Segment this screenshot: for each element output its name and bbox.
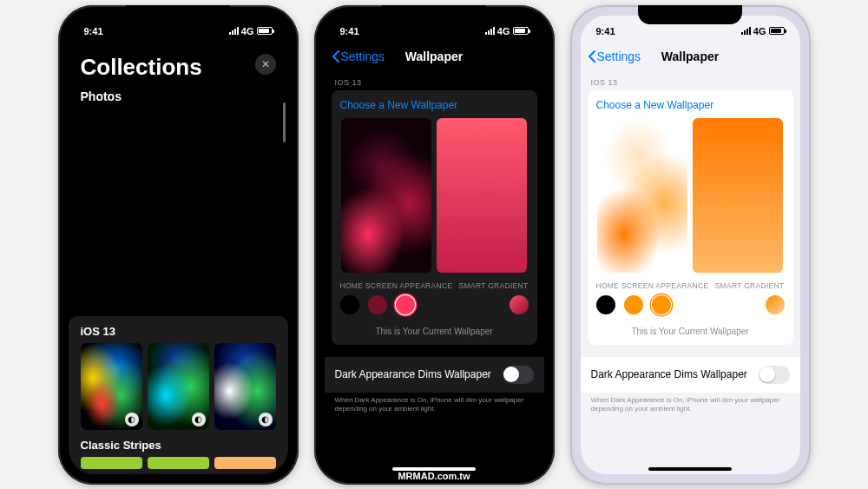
screen: 9:41 4G Collections ✕ Photos iOS 13 ◐ ◐	[69, 16, 288, 474]
color-swatch-black[interactable]	[340, 295, 359, 314]
status-time: 9:41	[340, 26, 359, 36]
color-swatch-red-selected[interactable]	[396, 295, 415, 314]
section-header: iOS 13	[581, 71, 800, 90]
nav-bar: Settings Wallpaper	[325, 42, 544, 71]
section-label-ios13: iOS 13	[76, 316, 281, 343]
dark-dims-toggle[interactable]	[503, 366, 534, 384]
choose-wallpaper-link[interactable]: Choose a New Wallpaper	[340, 99, 529, 111]
notch	[126, 5, 230, 24]
color-swatch-black[interactable]	[596, 295, 615, 314]
label-home-appearance: HOME SCREEN APPEARANCE	[596, 281, 709, 290]
swatch-row	[596, 295, 785, 314]
appearance-badge-icon: ◐	[192, 413, 206, 426]
dark-dims-toggle[interactable]	[759, 366, 790, 384]
label-home-appearance: HOME SCREEN APPEARANCE	[340, 281, 453, 290]
content: Settings Wallpaper iOS 13 Choose a New W…	[581, 42, 800, 474]
network-label: 4G	[497, 26, 510, 36]
toggle-label: Dark Appearance Dims Wallpaper	[335, 368, 491, 380]
back-button[interactable]: Settings	[588, 50, 641, 63]
screen: 9:41 4G Settings Wallpaper iOS 13 Choose…	[325, 16, 544, 474]
section-header: iOS 13	[325, 71, 544, 90]
wallpaper-thumb[interactable]: ◐	[81, 343, 142, 430]
scrollbar[interactable]	[283, 102, 286, 142]
photos-row[interactable]: Photos	[69, 84, 288, 109]
choose-wallpaper-link[interactable]: Choose a New Wallpaper	[596, 99, 785, 111]
footer-note: When Dark Appearance is On, iPhone will …	[325, 393, 544, 417]
label-smart-gradient: SMART GRADIENT	[459, 281, 529, 290]
bottom-sheet: iOS 13 ◐ ◐ ◐ Classic Stripes	[69, 316, 288, 474]
status-time: 9:41	[596, 26, 615, 36]
wallpaper-thumb[interactable]: ◐	[148, 343, 209, 430]
status-right: 4G	[741, 26, 785, 36]
toggle-label: Dark Appearance Dims Wallpaper	[591, 368, 747, 380]
phone-mockup-wallpaper-dark: 9:41 4G Settings Wallpaper iOS 13 Choose…	[314, 5, 555, 485]
phone-mockup-wallpaper-light: 9:41 4G Settings Wallpaper iOS 13 Choose…	[570, 5, 811, 485]
wallpaper-thumb-row: ◐ ◐ ◐	[76, 343, 281, 430]
home-indicator[interactable]	[648, 467, 732, 471]
wallpaper-panel: Choose a New Wallpaper HOME SCREEN APPEA…	[588, 90, 793, 345]
lock-screen-preview[interactable]	[597, 118, 687, 273]
dark-dims-row[interactable]: Dark Appearance Dims Wallpaper	[325, 357, 544, 393]
appearance-badge-icon: ◐	[259, 413, 273, 426]
gradient-swatch[interactable]	[510, 295, 529, 314]
nav-title: Wallpaper	[661, 50, 719, 63]
notch	[638, 5, 742, 24]
back-label: Settings	[597, 50, 641, 63]
battery-icon	[257, 27, 273, 35]
color-swatch-orange[interactable]	[624, 295, 643, 314]
battery-icon	[769, 27, 785, 35]
screen: 9:41 4G Settings Wallpaper iOS 13 Choose…	[581, 16, 800, 474]
signal-icon	[741, 27, 751, 35]
status-right: 4G	[229, 26, 273, 36]
watermark: MRMAD.com.tw	[398, 471, 470, 481]
chevron-left-icon	[588, 50, 595, 63]
wallpaper-thumb[interactable]: ◐	[214, 343, 276, 430]
dark-dims-row[interactable]: Dark Appearance Dims Wallpaper	[581, 357, 800, 393]
page-title: Collections	[81, 54, 202, 81]
status-right: 4G	[485, 26, 529, 36]
current-wallpaper-label: This is Your Current Wallpaper	[340, 327, 529, 336]
label-smart-gradient: SMART GRADIENT	[715, 281, 785, 290]
nav-title: Wallpaper	[405, 50, 463, 63]
appearance-badge-icon: ◐	[125, 413, 139, 426]
preview-row	[340, 118, 529, 273]
status-time: 9:41	[84, 26, 103, 36]
close-button[interactable]: ✕	[255, 54, 276, 75]
signal-icon	[485, 27, 495, 35]
nav-bar: Settings Wallpaper	[581, 42, 800, 71]
network-label: 4G	[241, 26, 254, 36]
wallpaper-thumb[interactable]	[148, 457, 209, 469]
content: Collections ✕ Photos iOS 13 ◐ ◐ ◐ Classi…	[69, 42, 288, 474]
signal-icon	[229, 27, 239, 35]
lock-screen-preview[interactable]	[341, 118, 431, 273]
back-label: Settings	[341, 50, 385, 63]
section-label-stripes: Classic Stripes	[76, 430, 281, 457]
color-swatch-dark-red[interactable]	[368, 295, 387, 314]
wallpaper-panel: Choose a New Wallpaper HOME SCREEN APPEA…	[332, 90, 537, 345]
wallpaper-thumb[interactable]	[214, 457, 276, 469]
notch	[382, 5, 486, 24]
close-icon: ✕	[261, 58, 270, 70]
gradient-swatch[interactable]	[766, 295, 785, 314]
stripe-row	[76, 457, 281, 469]
current-wallpaper-label: This is Your Current Wallpaper	[596, 327, 785, 336]
network-label: 4G	[753, 26, 766, 36]
home-screen-preview[interactable]	[693, 118, 783, 273]
phone-mockup-collections: 9:41 4G Collections ✕ Photos iOS 13 ◐ ◐	[58, 5, 299, 485]
footer-note: When Dark Appearance is On, iPhone will …	[581, 393, 800, 417]
preview-row	[596, 118, 785, 273]
battery-icon	[513, 27, 529, 35]
wallpaper-thumb[interactable]	[81, 457, 142, 469]
swatch-row	[340, 295, 529, 314]
chevron-left-icon	[332, 50, 339, 63]
back-button[interactable]: Settings	[332, 50, 385, 63]
color-swatch-orange-selected[interactable]	[652, 295, 671, 314]
home-screen-preview[interactable]	[437, 118, 527, 273]
content: Settings Wallpaper iOS 13 Choose a New W…	[325, 42, 544, 474]
